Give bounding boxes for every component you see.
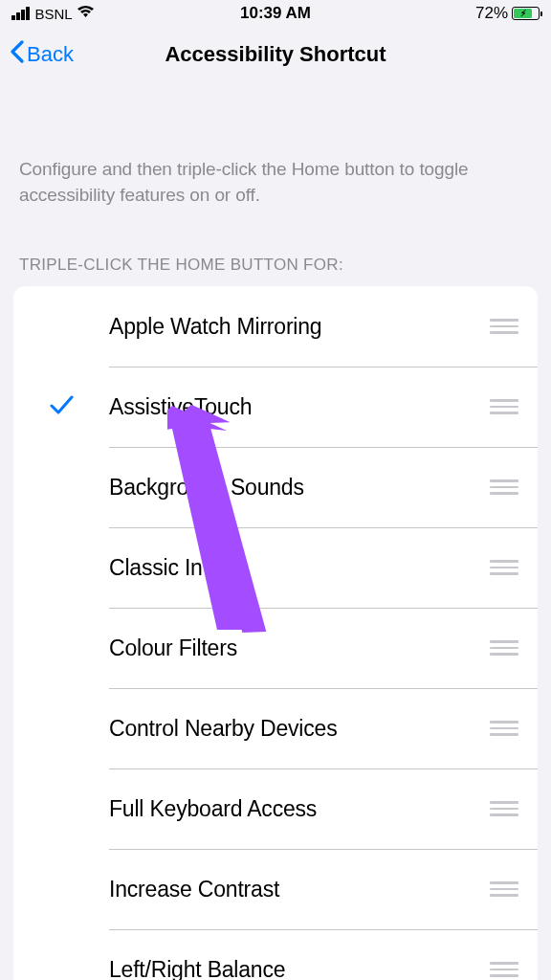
list-item[interactable]: Colour Filters <box>13 608 538 688</box>
drag-handle-icon[interactable] <box>490 479 520 495</box>
status-time: 10:39 AM <box>240 4 311 23</box>
carrier-label: BSNL <box>35 6 73 22</box>
item-label: Increase Contrast <box>109 877 490 902</box>
item-label: Background Sounds <box>109 475 490 501</box>
nav-bar: Back Accessibility Shortcut <box>0 27 551 82</box>
list-item[interactable]: Classic Invert <box>13 527 538 608</box>
description-text: Configure and then triple-click the Home… <box>13 82 538 208</box>
drag-handle-icon[interactable] <box>490 399 520 414</box>
drag-handle-icon[interactable] <box>490 319 520 334</box>
item-label: Control Nearby Devices <box>109 716 490 742</box>
item-label: AssistiveTouch <box>109 394 490 420</box>
chevron-left-icon <box>10 40 25 69</box>
list-item[interactable]: AssistiveTouch <box>13 367 538 447</box>
page-title: Accessibility Shortcut <box>165 42 386 67</box>
item-label: Classic Invert <box>109 555 490 581</box>
drag-handle-icon[interactable] <box>490 962 520 977</box>
drag-handle-icon[interactable] <box>490 640 520 656</box>
status-right: 72% ⚡︎ <box>475 4 540 23</box>
check-area <box>13 394 109 419</box>
battery-percent: 72% <box>475 4 508 23</box>
signal-bars-icon <box>11 7 30 20</box>
status-left: BSNL <box>11 4 95 23</box>
drag-handle-icon[interactable] <box>490 881 520 897</box>
wifi-icon <box>77 4 95 23</box>
back-label: Back <box>27 42 74 67</box>
item-label: Left/Right Balance <box>109 957 490 980</box>
list-item[interactable]: Increase Contrast <box>13 849 538 929</box>
drag-handle-icon[interactable] <box>490 721 520 736</box>
section-header: TRIPLE-CLICK THE HOME BUTTON FOR: <box>13 208 538 286</box>
item-label: Apple Watch Mirroring <box>109 314 490 340</box>
drag-handle-icon[interactable] <box>490 560 520 575</box>
options-list: Apple Watch MirroringAssistiveTouchBackg… <box>13 286 538 980</box>
checkmark-icon <box>50 394 74 419</box>
drag-handle-icon[interactable] <box>490 801 520 816</box>
content: Configure and then triple-click the Home… <box>0 82 551 980</box>
back-button[interactable]: Back <box>10 40 74 69</box>
list-item[interactable]: Full Keyboard Access <box>13 768 538 849</box>
list-item[interactable]: Control Nearby Devices <box>13 688 538 768</box>
battery-icon: ⚡︎ <box>512 7 540 20</box>
item-label: Colour Filters <box>109 635 490 661</box>
status-bar: BSNL 10:39 AM 72% ⚡︎ <box>0 0 551 27</box>
item-label: Full Keyboard Access <box>109 796 490 822</box>
list-item[interactable]: Left/Right Balance <box>13 929 538 980</box>
list-item[interactable]: Apple Watch Mirroring <box>13 286 538 367</box>
list-item[interactable]: Background Sounds <box>13 447 538 527</box>
